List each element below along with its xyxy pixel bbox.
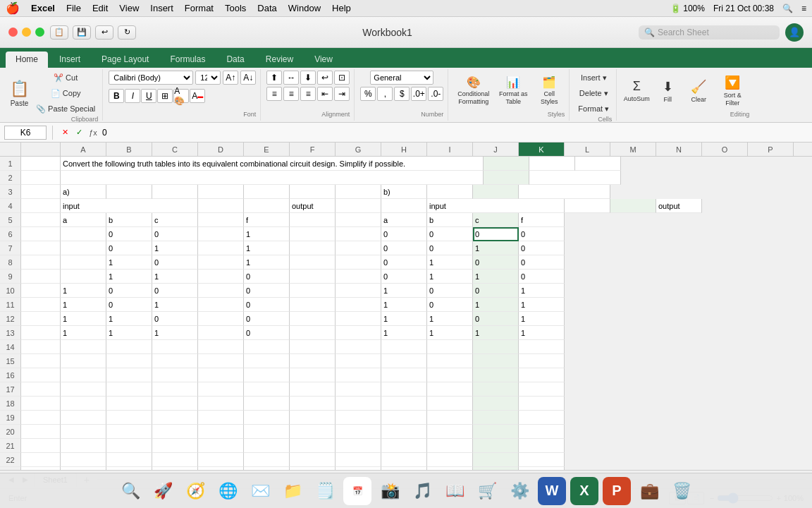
- cell-J7[interactable]: 0: [427, 241, 473, 255]
- insert-function-button[interactable]: ƒx: [87, 126, 99, 139]
- dock-finder[interactable]: 🔍: [116, 477, 144, 505]
- col-header-B[interactable]: A: [61, 143, 106, 156]
- formula-input[interactable]: [102, 126, 808, 140]
- row-num-23[interactable]: 23: [0, 467, 21, 470]
- apple-menu[interactable]: 🍎: [6, 1, 20, 15]
- cell-B12[interactable]: 1: [61, 312, 106, 326]
- cell-A2[interactable]: [21, 171, 61, 185]
- cell-K1[interactable]: [484, 157, 529, 171]
- cell-E5[interactable]: [198, 213, 244, 227]
- cell-E9[interactable]: [198, 270, 244, 284]
- cell-E11[interactable]: [198, 298, 244, 312]
- dock-files[interactable]: 📁: [278, 477, 307, 505]
- copy-button[interactable]: 📄 Copy: [33, 86, 98, 100]
- cell-F8[interactable]: 1: [244, 255, 290, 270]
- cell-J13[interactable]: 1: [427, 326, 473, 340]
- new-sheet-button[interactable]: 📋: [50, 25, 68, 40]
- delete-cells-button[interactable]: Delete ▾: [577, 86, 611, 100]
- cell-A9[interactable]: [21, 270, 61, 284]
- row-num-13[interactable]: 13: [0, 326, 21, 340]
- cell-H3[interactable]: [336, 185, 381, 199]
- font-color-button[interactable]: A▬: [190, 89, 205, 103]
- col-header-H[interactable]: G: [336, 143, 381, 156]
- menu-help[interactable]: Help: [332, 3, 351, 13]
- cell-D4[interactable]: [198, 199, 244, 213]
- col-header-G[interactable]: F: [290, 143, 336, 156]
- cell-L10[interactable]: 1: [519, 284, 565, 298]
- cancel-formula-button[interactable]: ✕: [59, 126, 71, 139]
- cell-A12[interactable]: [21, 312, 61, 326]
- cell-C13[interactable]: 1: [106, 326, 152, 340]
- row-num-3[interactable]: 3: [0, 185, 21, 199]
- paste-special-button[interactable]: 📎 Paste Special: [33, 102, 98, 116]
- cell-D7[interactable]: 1: [152, 241, 198, 255]
- redo-button[interactable]: ↻: [118, 25, 136, 40]
- cell-G6[interactable]: [290, 227, 336, 241]
- search-box[interactable]: 🔍 Search Sheet: [639, 25, 780, 40]
- decrease-indent-button[interactable]: ⇤: [317, 87, 333, 101]
- cell-G9[interactable]: [290, 270, 336, 284]
- underline-button[interactable]: U: [141, 89, 156, 103]
- cell-H5[interactable]: [336, 213, 381, 227]
- row-num-21[interactable]: 21: [0, 439, 21, 453]
- cell-A4[interactable]: [21, 199, 61, 213]
- cell-L2[interactable]: [529, 171, 621, 185]
- tab-insert[interactable]: Insert: [49, 52, 90, 68]
- menu-data[interactable]: Data: [257, 3, 276, 13]
- cell-J5[interactable]: b: [427, 213, 473, 227]
- cell-I7[interactable]: 0: [381, 241, 427, 255]
- cell-H11[interactable]: [336, 298, 381, 312]
- row-num-6[interactable]: 6: [0, 227, 21, 241]
- tab-home[interactable]: Home: [6, 52, 48, 68]
- cell-L8[interactable]: 0: [519, 255, 565, 270]
- cell-H7[interactable]: [336, 241, 381, 255]
- row-num-1[interactable]: 1: [0, 157, 21, 171]
- dock-music[interactable]: 🎵: [408, 477, 436, 505]
- row-num-17[interactable]: 17: [0, 382, 21, 397]
- cell-K5[interactable]: c: [473, 213, 519, 227]
- cell-I8[interactable]: 0: [381, 255, 427, 270]
- decimal-decrease-button[interactable]: .0-: [428, 87, 443, 101]
- cell-B2[interactable]: [61, 171, 484, 185]
- cell-G3[interactable]: [290, 185, 336, 199]
- cell-D3[interactable]: [152, 185, 198, 199]
- row-num-10[interactable]: 10: [0, 284, 21, 298]
- dock-notes[interactable]: 🗒️: [311, 477, 339, 505]
- save-button[interactable]: 💾: [73, 25, 91, 40]
- cell-A6[interactable]: [21, 227, 61, 241]
- align-top-button[interactable]: ⬆: [266, 71, 282, 85]
- confirm-formula-button[interactable]: ✓: [73, 126, 85, 139]
- cell-B11[interactable]: 1: [61, 298, 106, 312]
- dock-books[interactable]: 📖: [441, 477, 469, 505]
- cell-F9[interactable]: 0: [244, 270, 290, 284]
- cell-C5[interactable]: b: [106, 213, 152, 227]
- cell-E3[interactable]: [198, 185, 244, 199]
- menu-excel[interactable]: Excel: [31, 3, 55, 13]
- col-header-O[interactable]: N: [656, 143, 702, 156]
- dock-word[interactable]: W: [538, 477, 566, 505]
- align-middle-button[interactable]: ↔: [283, 71, 299, 85]
- cell-G10[interactable]: [290, 284, 336, 298]
- cell-C9[interactable]: 1: [106, 270, 152, 284]
- menu-format[interactable]: Format: [185, 3, 214, 13]
- cell-C8[interactable]: 1: [106, 255, 152, 270]
- align-right-button[interactable]: ≡: [300, 87, 316, 101]
- dock-safari[interactable]: 🧭: [181, 477, 209, 505]
- menu-edit[interactable]: Edit: [92, 3, 108, 13]
- cell-C3[interactable]: [106, 185, 152, 199]
- col-header-Q[interactable]: P: [748, 143, 794, 156]
- cell-F6[interactable]: 1: [244, 227, 290, 241]
- cell-L9[interactable]: 0: [519, 270, 565, 284]
- row-num-9[interactable]: 9: [0, 270, 21, 284]
- cell-G5[interactable]: [290, 213, 336, 227]
- cell-F13[interactable]: 0: [244, 326, 290, 340]
- cell-A7[interactable]: [21, 241, 61, 255]
- cell-E13[interactable]: [198, 326, 244, 340]
- row-num-16[interactable]: 16: [0, 368, 21, 382]
- cell-A1[interactable]: [21, 157, 61, 171]
- col-header-N[interactable]: M: [610, 143, 656, 156]
- cell-A10[interactable]: [21, 284, 61, 298]
- cell-L11[interactable]: 1: [519, 298, 565, 312]
- menu-file[interactable]: File: [66, 3, 81, 13]
- cell-I9[interactable]: 0: [381, 270, 427, 284]
